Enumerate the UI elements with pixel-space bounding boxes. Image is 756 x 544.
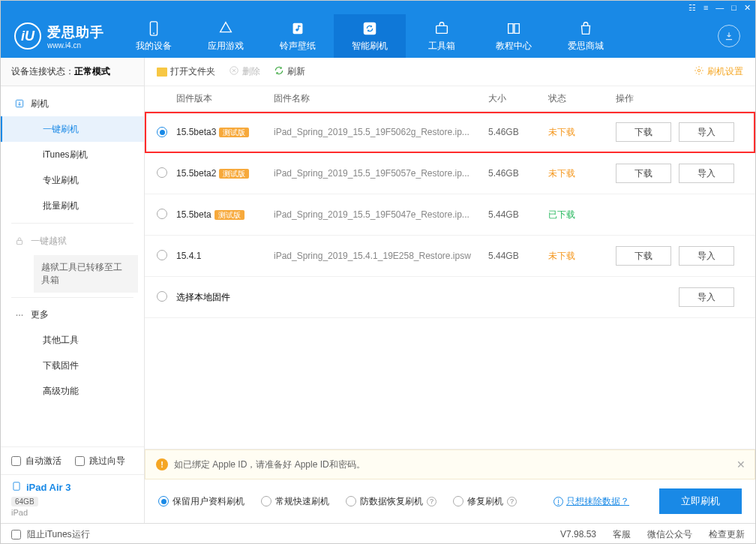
sidebar-item-label: 一键越狱 — [31, 235, 67, 248]
auto-activate-row: 自动激活 跳过向导 — [1, 447, 144, 474]
notice-close-button[interactable]: ✕ — [736, 458, 746, 470]
block-itunes-label: 阻止iTunes运行 — [27, 528, 90, 541]
sidebar-item-othertools[interactable]: 其他工具 — [1, 328, 144, 353]
radio-icon[interactable] — [157, 167, 167, 178]
titlebar-menu-icon[interactable]: ≡ — [704, 3, 708, 12]
nav-device[interactable]: 我的设备 — [118, 14, 190, 58]
firmware-row[interactable]: 15.5beta测试版iPad_Spring_2019_15.5_19F5047… — [145, 194, 755, 236]
tool-label: 删除 — [242, 65, 260, 78]
erase-data-link[interactable]: i只想抹除数据？ — [554, 495, 629, 508]
radio-icon[interactable] — [157, 127, 167, 137]
opt-label: 防数据恢复刷机 — [360, 495, 423, 508]
sidebar-item-batch[interactable]: 批量刷机 — [1, 193, 144, 218]
opt-repair[interactable]: 修复刷机? — [453, 495, 517, 508]
delete-icon — [229, 65, 239, 78]
beta-badge: 测试版 — [214, 210, 244, 220]
svg-rect-11 — [14, 482, 20, 491]
titlebar-grid-icon[interactable]: ☷ — [688, 3, 696, 13]
fw-filename: iPad_Spring_2019_15.4.1_19E258_Restore.i… — [274, 251, 488, 261]
nav-apps[interactable]: 应用游戏 — [190, 14, 262, 58]
sidebar-item-oneclick[interactable]: 一键刷机 — [1, 116, 144, 142]
notice-bar: ! 如已绑定 Apple ID，请准备好 Apple ID和密码。 ✕ — [145, 449, 755, 479]
footer: 阻止iTunes运行 V7.98.53 客服 微信公众号 检查更新 — [1, 523, 755, 544]
col-version-header: 固件版本 — [176, 92, 274, 105]
close-icon[interactable]: ✕ — [744, 3, 751, 13]
open-folder-button[interactable]: 打开文件夹 — [157, 65, 215, 78]
tool-label: 刷新 — [287, 65, 305, 78]
wechat-link[interactable]: 微信公众号 — [647, 528, 692, 541]
opt-keep-data[interactable]: 保留用户资料刷机 — [158, 495, 244, 508]
radio-icon[interactable] — [157, 250, 167, 260]
help-icon[interactable]: ? — [427, 497, 436, 506]
opt-antiloss[interactable]: 防数据恢复刷机? — [346, 495, 436, 508]
flash-options: 保留用户资料刷机 常规快速刷机 防数据恢复刷机? 修复刷机? i只想抹除数据？ … — [145, 479, 755, 523]
help-icon[interactable]: ? — [507, 497, 517, 506]
appstore-icon — [218, 20, 234, 37]
download-button[interactable]: 下载 — [616, 122, 671, 142]
col-status-header: 状态 — [548, 92, 616, 105]
svg-point-10 — [22, 314, 23, 316]
sidebar-item-label: 更多 — [31, 308, 49, 321]
nav-toolbox[interactable]: 工具箱 — [406, 14, 478, 58]
sidebar-item-pro[interactable]: 专业刷机 — [1, 167, 144, 193]
device-info[interactable]: iPad Air 3 64GB iPad — [1, 474, 144, 523]
skip-guide-checkbox[interactable] — [75, 456, 85, 466]
folder-icon — [157, 68, 167, 77]
sidebar-item-downloadfw[interactable]: 下载固件 — [1, 353, 144, 379]
app-url: www.i4.cn — [47, 41, 104, 50]
nav-flash[interactable]: 智能刷机 — [334, 14, 406, 58]
logo-icon: iU — [14, 23, 41, 50]
local-firmware-row[interactable]: 选择本地固件 导入 — [145, 277, 755, 318]
minimize-icon[interactable]: — — [716, 3, 724, 12]
music-icon — [290, 20, 306, 37]
fw-version: 15.5beta — [176, 209, 212, 220]
table-header: 固件版本 固件名称 大小 状态 操作 — [145, 86, 755, 112]
opt-label: 修复刷机 — [467, 495, 503, 508]
nav: 我的设备 应用游戏 铃声壁纸 智能刷机 工具箱 教程中心 爱思商城 — [118, 14, 703, 58]
fw-filename: iPad_Spring_2019_15.5_19F5062g_Restore.i… — [274, 127, 488, 137]
import-button[interactable]: 导入 — [679, 164, 734, 183]
check-update-link[interactable]: 检查更新 — [709, 528, 745, 541]
sidebar-item-flash[interactable]: 刷机 — [1, 91, 144, 116]
radio-icon[interactable] — [157, 291, 167, 302]
svg-point-8 — [16, 314, 18, 316]
download-button[interactable]: 下载 — [616, 164, 671, 183]
firmware-row[interactable]: 15.5beta2测试版iPad_Spring_2019_15.5_19F505… — [145, 153, 755, 194]
svg-point-1 — [153, 32, 154, 34]
device-storage-badge: 64GB — [11, 497, 38, 506]
fw-version: 15.4.1 — [176, 251, 201, 261]
flash-settings-button[interactable]: 刷机设置 — [694, 65, 743, 78]
nav-tutorial[interactable]: 教程中心 — [478, 14, 550, 58]
opt-normal[interactable]: 常规快速刷机 — [261, 495, 329, 508]
radio-icon — [346, 496, 356, 506]
firmware-row[interactable]: 15.4.1iPad_Spring_2019_15.4.1_19E258_Res… — [145, 236, 755, 277]
delete-button[interactable]: 删除 — [229, 65, 260, 78]
connection-status: 设备连接状态： 正常模式 — [1, 58, 144, 86]
radio-icon[interactable] — [157, 209, 167, 219]
sidebar-item-advanced[interactable]: 高级功能 — [1, 379, 144, 404]
nav-ringtone[interactable]: 铃声壁纸 — [262, 14, 334, 58]
sidebar-item-itunes[interactable]: iTunes刷机 — [1, 142, 144, 167]
logo: iU 爱思助手 www.i4.cn — [1, 23, 118, 50]
firmware-row[interactable]: 15.5beta3测试版iPad_Spring_2019_15.5_19F506… — [145, 112, 755, 153]
import-button[interactable]: 导入 — [679, 246, 734, 266]
svg-rect-2 — [293, 23, 303, 34]
info-icon: i — [554, 497, 563, 506]
maximize-icon[interactable]: □ — [731, 3, 736, 12]
import-button[interactable]: 导入 — [679, 122, 734, 142]
download-manager-button[interactable] — [718, 25, 740, 47]
nav-label: 智能刷机 — [352, 40, 388, 53]
import-button[interactable]: 导入 — [679, 287, 734, 307]
support-link[interactable]: 客服 — [613, 528, 631, 541]
auto-activate-checkbox[interactable] — [11, 456, 21, 466]
nav-store[interactable]: 爱思商城 — [550, 14, 622, 58]
download-button[interactable]: 下载 — [616, 246, 671, 266]
block-itunes-checkbox[interactable] — [11, 530, 21, 539]
nav-label: 我的设备 — [136, 40, 172, 53]
sidebar-item-label: 一键刷机 — [43, 123, 79, 136]
gear-icon — [694, 65, 704, 78]
flash-now-button[interactable]: 立即刷机 — [659, 488, 742, 514]
sidebar-item-more[interactable]: 更多 — [1, 302, 144, 328]
conn-value: 正常模式 — [74, 65, 110, 78]
refresh-button[interactable]: 刷新 — [274, 65, 305, 78]
